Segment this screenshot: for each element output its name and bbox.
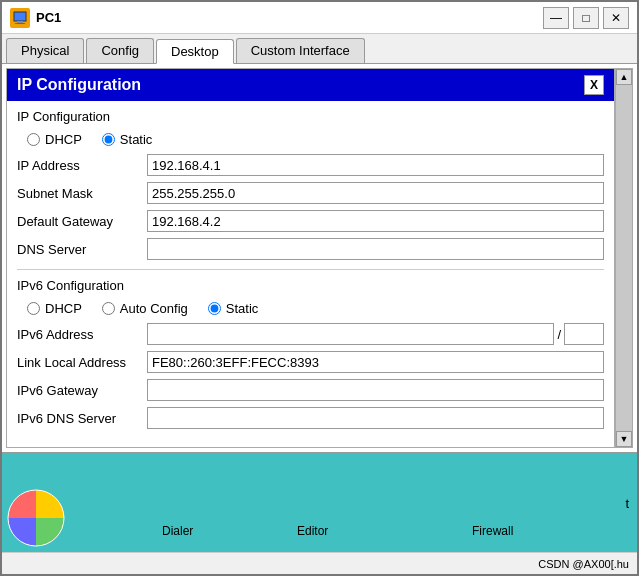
tab-custom-interface[interactable]: Custom Interface [236, 38, 365, 63]
dns-server-input[interactable] [147, 238, 604, 260]
subnet-mask-row: Subnet Mask [7, 179, 614, 207]
ipv6-gateway-input[interactable] [147, 379, 604, 401]
ipv6-auto-text: Auto Config [120, 301, 188, 316]
form-panel: IP Configuration X IP Configuration DHCP… [6, 68, 615, 448]
default-gateway-input[interactable] [147, 210, 604, 232]
ipv6-dns-input[interactable] [147, 407, 604, 429]
pie-chart-svg [6, 488, 66, 548]
ipv6-address-label: IPv6 Address [17, 327, 147, 342]
status-bar: CSDN @AX00[.hu [2, 552, 637, 574]
ipv4-mode-row: DHCP Static [7, 128, 614, 151]
minimize-button[interactable]: — [543, 7, 569, 29]
bottom-spacer [7, 432, 614, 448]
ip-address-row: IP Address [7, 151, 614, 179]
scroll-up-button[interactable]: ▲ [616, 69, 632, 85]
ipv6-address-input[interactable] [147, 323, 554, 345]
status-text: CSDN @AX00[.hu [538, 558, 629, 570]
window-title: PC1 [36, 10, 543, 25]
ipv6-dns-label: IPv6 DNS Server [17, 411, 147, 426]
ipv6-static-label[interactable]: Static [208, 301, 259, 316]
window-close-button[interactable]: ✕ [603, 7, 629, 29]
default-gateway-label: Default Gateway [17, 214, 147, 229]
ip-address-label: IP Address [17, 158, 147, 173]
tab-physical[interactable]: Physical [6, 38, 84, 63]
title-controls: — □ ✕ [543, 7, 629, 29]
dialer-label-area: Dialer [162, 523, 193, 538]
ipv6-static-radio[interactable] [208, 302, 221, 315]
ip-config-title: IP Configuration [17, 76, 141, 94]
editor-label-area: Editor [297, 523, 328, 538]
ip-config-close-button[interactable]: X [584, 75, 604, 95]
ipv6-gateway-label: IPv6 Gateway [17, 383, 147, 398]
ipv6-dns-row: IPv6 DNS Server [7, 404, 614, 432]
maximize-button[interactable]: □ [573, 7, 599, 29]
ipv6-auto-radio[interactable] [102, 302, 115, 315]
ipv6-address-group: / [147, 323, 604, 345]
slash-divider: / [554, 327, 564, 342]
dhcp-label: DHCP [45, 132, 82, 147]
subnet-mask-input[interactable] [147, 182, 604, 204]
ip-config-header: IP Configuration X [7, 69, 614, 101]
bottom-area: Dialer Editor Firewall t [2, 452, 637, 552]
scroll-down-button[interactable]: ▼ [616, 431, 632, 447]
ipv6-static-text: Static [226, 301, 259, 316]
static-label: Static [120, 132, 153, 147]
tab-config[interactable]: Config [86, 38, 154, 63]
firewall-label-area: Firewall [472, 523, 513, 538]
ipv6-gateway-row: IPv6 Gateway [7, 376, 614, 404]
dhcp-radio[interactable] [27, 133, 40, 146]
link-local-label: Link Local Address [17, 355, 147, 370]
link-local-input[interactable] [147, 351, 604, 373]
svg-rect-2 [15, 23, 25, 24]
static-radio-label[interactable]: Static [102, 132, 153, 147]
ip-address-input[interactable] [147, 154, 604, 176]
main-content: IP Configuration X IP Configuration DHCP… [2, 64, 637, 574]
tab-desktop[interactable]: Desktop [156, 39, 234, 64]
ipv6-section-label: IPv6 Configuration [7, 270, 614, 297]
svg-rect-1 [17, 21, 23, 23]
dns-server-row: DNS Server [7, 235, 614, 263]
scrollbar[interactable]: ▲ ▼ [615, 68, 633, 448]
pie-chart-icon-item [6, 488, 66, 548]
ipv6-prefix-input[interactable] [564, 323, 604, 345]
ipv6-mode-row: DHCP Auto Config Static [7, 297, 614, 320]
svg-rect-0 [14, 12, 26, 21]
scroll-track[interactable] [616, 85, 632, 431]
scrollable-area: IP Configuration X IP Configuration DHCP… [2, 64, 637, 452]
tab-bar: Physical Config Desktop Custom Interface [2, 34, 637, 64]
title-bar: PC1 — □ ✕ [2, 2, 637, 34]
dns-server-label: DNS Server [17, 242, 147, 257]
window-icon [10, 8, 30, 28]
ipv6-dhcp-radio[interactable] [27, 302, 40, 315]
ipv6-dhcp-label[interactable]: DHCP [27, 301, 82, 316]
firewall-label: Firewall [472, 524, 513, 538]
ipv6-auto-label[interactable]: Auto Config [102, 301, 188, 316]
main-window: PC1 — □ ✕ Physical Config Desktop Custom… [0, 0, 639, 576]
ipv6-dhcp-text: DHCP [45, 301, 82, 316]
link-local-row: Link Local Address [7, 348, 614, 376]
side-letter: t [625, 495, 629, 510]
static-radio[interactable] [102, 133, 115, 146]
default-gateway-row: Default Gateway [7, 207, 614, 235]
editor-label: Editor [297, 524, 328, 538]
ipv6-address-row: IPv6 Address / [7, 320, 614, 348]
dialer-label: Dialer [162, 524, 193, 538]
subnet-mask-label: Subnet Mask [17, 186, 147, 201]
dhcp-radio-label[interactable]: DHCP [27, 132, 82, 147]
ip-section-label: IP Configuration [7, 101, 614, 128]
